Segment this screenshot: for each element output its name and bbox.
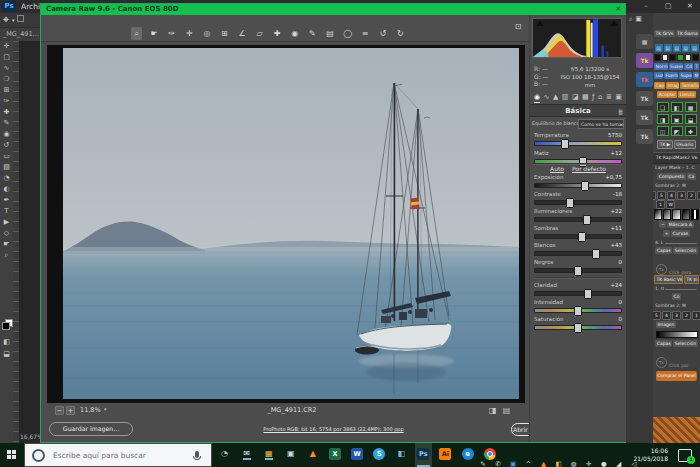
tk-file-icon[interactable]: ▤ <box>664 44 672 52</box>
camera-raw-tool-icon[interactable]: ✑ <box>166 27 177 40</box>
tk-blend-button[interactable]: Suave <box>669 63 684 70</box>
tk-mask-level-button[interactable]: 2 <box>687 191 696 200</box>
camera-raw-tool-icon[interactable]: ◯ <box>342 27 353 40</box>
slider-track[interactable] <box>534 268 622 273</box>
tk-extra-button[interactable]: 1 <box>656 200 665 209</box>
tk-mask-thumbnail[interactable] <box>663 209 671 220</box>
action-center-icon[interactable]: 1 <box>678 449 692 462</box>
camera-raw-tool-icon[interactable]: ⌕ <box>131 27 142 40</box>
search-input[interactable] <box>51 450 185 461</box>
slider-track[interactable] <box>534 325 622 330</box>
foreground-color-swatch[interactable] <box>2 322 10 330</box>
tray-icon[interactable]: ✎ <box>478 460 488 467</box>
tk-grid-button[interactable]: ◧ <box>671 102 683 112</box>
panel-tab-icon[interactable]: ∿ <box>544 91 550 103</box>
tk-basic-level-button[interactable]: 1 <box>692 311 700 320</box>
photoshop-tool-icon[interactable]: ▶ <box>0 217 13 228</box>
slider-thumb[interactable] <box>566 198 574 208</box>
panel-tab-icon[interactable]: ▲ <box>553 91 558 103</box>
panel-tab-icon[interactable]: ▣ <box>615 91 622 103</box>
taskbar-app[interactable]: e <box>459 443 476 467</box>
tk-image-button[interactable]: Imagen <box>656 321 676 328</box>
tk-mask-level-button[interactable]: 4 <box>667 191 676 200</box>
tray-icon[interactable]: ^ <box>523 460 533 467</box>
tk-tab[interactable]: TK GrVs <box>654 30 675 37</box>
tk-modify-button[interactable]: + <box>663 230 670 237</box>
tray-icon[interactable]: ● <box>599 460 609 467</box>
photoshop-tool-icon[interactable]: ∿ <box>0 63 13 74</box>
panel-tab-icon[interactable]: ◉ <box>534 91 540 103</box>
before-after-icon[interactable]: ◨ <box>487 405 498 416</box>
tk-action-button[interactable]: Imag <box>666 82 679 89</box>
panel-tab-icon[interactable]: ≣ <box>606 91 612 103</box>
slider-track[interactable] <box>534 234 622 239</box>
tk-apply-button[interactable]: Selección <box>673 247 697 254</box>
tk-grid-button[interactable]: ◫ <box>657 126 669 136</box>
photoshop-tool-icon[interactable]: ▨ <box>0 162 13 173</box>
slider-track[interactable] <box>534 217 622 222</box>
tk-mask-thumbnail[interactable] <box>691 209 699 220</box>
close-button[interactable]: ✕ <box>682 0 698 12</box>
photoshop-tool-icon[interactable]: ⊞ <box>0 85 13 96</box>
tk-brush-icon[interactable] <box>692 54 699 61</box>
slider-track[interactable] <box>534 251 622 256</box>
tray-icon[interactable]: ✚ <box>584 460 594 467</box>
dialog-close-icon[interactable]: ✕ <box>615 4 621 15</box>
slider-thumb[interactable] <box>584 289 592 299</box>
photoshop-tool-icon[interactable]: T <box>0 206 13 217</box>
tk-modify-button[interactable]: Máscara A <box>667 221 693 228</box>
taskbar-app-icon[interactable]: e <box>462 448 474 460</box>
tray-icon[interactable]: ◢ <box>614 460 624 467</box>
tk-grid-button[interactable]: ⬓ <box>685 114 697 124</box>
taskbar-app-icon[interactable]: Ps <box>417 448 429 460</box>
tk-modify-button[interactable]: − <box>659 221 666 228</box>
tk-basic-slider[interactable] <box>665 289 697 290</box>
tk-rapidmask-header[interactable]: TK RapidMask2 V6 <box>653 152 700 164</box>
tk-mask-thumbnail[interactable] <box>654 209 662 220</box>
taskbar-app-icon[interactable]: ◧ <box>395 448 407 460</box>
tk-file-icon[interactable]: ▤ <box>682 44 690 52</box>
tk-mask-thumbnail[interactable] <box>682 209 690 220</box>
workflow-options-link[interactable]: ProPhoto RGB; bit 16; 5754 por 3863 (22,… <box>231 426 436 432</box>
camera-raw-tool-icon[interactable]: ▤ <box>325 27 336 40</box>
panel-tab-icon[interactable]: ◪ <box>572 91 579 103</box>
tk-grid-button[interactable]: ◩ <box>671 126 683 136</box>
tk-source-button[interactable]: Compuesto <box>657 173 686 180</box>
taskbar-search[interactable] <box>24 443 212 467</box>
tk-action-button[interactable]: Tamaño <box>680 82 699 89</box>
tk-blend-button[interactable]: Super <box>679 72 692 79</box>
camera-raw-tool-icon[interactable]: ✛ <box>184 27 195 40</box>
zoom-level-caret-icon[interactable]: ▾ <box>104 406 107 412</box>
taskbar-app[interactable]: ✉ <box>238 443 255 467</box>
tk-grid-button[interactable]: ✚ <box>685 126 697 136</box>
tk-basic-level-button[interactable]: 4 <box>662 311 671 320</box>
tray-icon[interactable]: ✆ <box>493 460 503 467</box>
fullscreen-toggle-icon[interactable]: ⊡ <box>512 21 524 33</box>
tk-basic-level-button[interactable]: 3 <box>672 311 681 320</box>
document-tab[interactable]: _MG_491… <box>0 28 40 41</box>
tk-blend-button[interactable]: Luz <box>654 72 663 79</box>
tk-grid-button[interactable]: ◨ <box>657 114 669 124</box>
panel-tab-icon[interactable]: ▦ <box>582 91 589 103</box>
slider-thumb[interactable] <box>578 232 586 242</box>
tk-level-slider[interactable] <box>665 243 697 244</box>
slider-track[interactable] <box>534 291 622 296</box>
tk-action-button[interactable]: Lienzo <box>678 91 696 98</box>
camera-raw-tool-icon[interactable]: ✎ <box>307 27 318 40</box>
tk-grid-button[interactable]: ▣ <box>671 114 683 124</box>
taskbar-app[interactable]: S <box>371 443 388 467</box>
taskbar-app-icon[interactable]: Ai <box>439 448 451 460</box>
camera-raw-tool-icon[interactable]: ▱ <box>254 27 265 40</box>
tk-basic-tab[interactable]: TK In <box>684 275 699 284</box>
taskbar-app-icon[interactable]: ◔ <box>219 448 231 460</box>
tk-basic-level-button[interactable]: 2 <box>682 311 691 320</box>
tk-blend-button[interactable]: T <box>694 63 699 70</box>
photoshop-tool-icon[interactable]: ◔ <box>0 173 13 184</box>
dialog-titlebar[interactable]: Camera Raw 9.6 - Canon EOS 80D <box>41 4 625 15</box>
slider-track[interactable] <box>534 141 622 146</box>
tk-brush-icon[interactable] <box>662 54 669 61</box>
tk-grid-button[interactable]: ▦ <box>685 102 697 112</box>
tk-tab[interactable]: TK Gama <box>676 30 699 37</box>
photoshop-tool-icon[interactable]: ▢ <box>0 52 13 63</box>
photoshop-tool-icon[interactable]: ↺ <box>0 140 13 151</box>
